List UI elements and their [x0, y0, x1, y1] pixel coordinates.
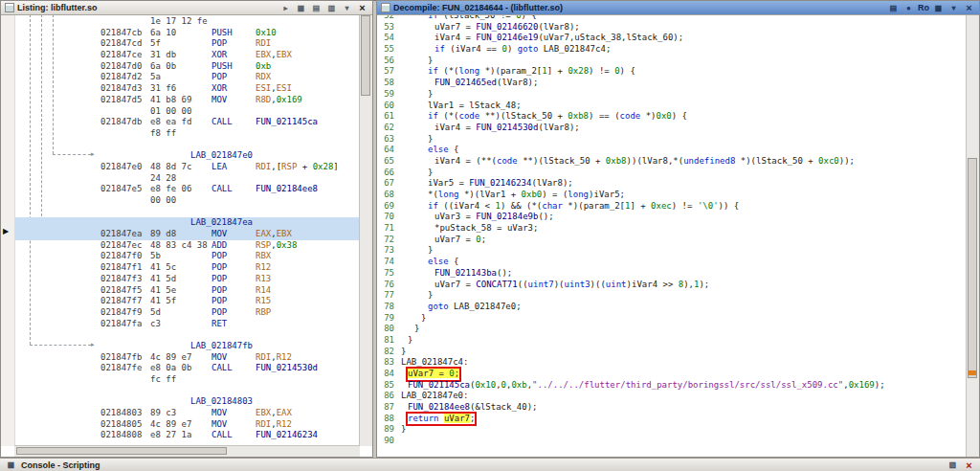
code-token[interactable]: } — [428, 89, 433, 99]
listing-row[interactable]: 021847ce31 dbXOREBX,EBX — [1, 50, 360, 61]
code-token[interactable]: ( — [445, 44, 456, 54]
mnemonic[interactable]: POP — [212, 38, 256, 50]
address[interactable]: 021847f9 — [100, 307, 150, 319]
code-token[interactable]: ,[ — [271, 162, 281, 171]
code-token[interactable]: uint7 — [528, 280, 554, 289]
address[interactable]: 021847fe — [100, 363, 150, 374]
operand[interactable]: 0xb — [256, 61, 271, 73]
bytes[interactable]: 31 f6 — [150, 83, 212, 95]
code-token[interactable]: FUN_021143ba — [434, 268, 497, 278]
code-token[interactable]: undefined8 — [683, 156, 735, 166]
code-line-66[interactable]: 66} — [380, 168, 967, 179]
code-token[interactable]: >> — [657, 280, 679, 289]
address[interactable]: 021847e0 — [100, 162, 150, 173]
code-token[interactable]: RBP — [256, 307, 271, 317]
code-token[interactable]: FUN_02184e9b — [476, 212, 538, 221]
mnemonic[interactable]: XOR — [212, 83, 256, 95]
address[interactable] — [100, 173, 150, 185]
code-token[interactable]: + — [552, 111, 568, 121]
display-options-icon[interactable]: ▥ — [325, 2, 338, 14]
scrollbar-marker-orange[interactable] — [969, 370, 976, 375]
mnemonic[interactable]: CALL — [212, 117, 256, 128]
operand[interactable]: FUN_0214530d — [256, 363, 318, 374]
code-line-78[interactable]: 78goto LAB_021847e0; — [380, 302, 967, 313]
code-token[interactable]: 0 — [449, 369, 454, 378]
code-token[interactable]: (*( — [438, 66, 459, 76]
mnemonic[interactable]: PUSH — [212, 28, 256, 39]
mnemonic[interactable]: MOV — [212, 408, 256, 419]
listing-row[interactable]: 021847d06a 0bPUSH0xb — [1, 61, 360, 73]
operand[interactable]: RDI,R12 — [256, 419, 292, 431]
address[interactable]: 021847e5 — [100, 184, 150, 195]
address[interactable]: 021847f3 — [100, 274, 150, 285]
code-token[interactable]: FUN_021465ed — [434, 78, 497, 87]
code-token[interactable]: ; — [606, 44, 611, 54]
code-token[interactable]: R13 — [256, 274, 271, 283]
decompile-header[interactable]: Decompile: FUN_02184644 - (libflutter.so… — [377, 1, 979, 15]
code-token[interactable]: ,*( — [668, 156, 683, 166]
code-token[interactable]: LAB_021847e0 — [454, 302, 516, 311]
code-token[interactable]: else — [428, 145, 449, 154]
listing-label-row[interactable]: LAB_021847fb — [1, 341, 360, 352]
code-token[interactable]: ); — [527, 402, 538, 412]
edit-icon[interactable]: ▨ — [947, 459, 959, 471]
code-token[interactable]: = — [492, 223, 507, 233]
listing-row[interactable]: 021847ea89 d8MOVEAX,EBX — [1, 229, 360, 240]
statement[interactable]: FUN_021145ca(0x10,0,0xb,"../../../flutte… — [408, 380, 885, 392]
listing-row[interactable]: 021847f95dPOPRBP — [1, 307, 360, 319]
code-token[interactable]: lVar8 — [544, 22, 569, 32]
mnemonic[interactable]: POP — [212, 262, 256, 274]
code-token[interactable]: FUN_02146234 — [256, 430, 318, 439]
bytes[interactable]: 4c 89 e7 — [150, 352, 212, 364]
code-token[interactable]: == — [481, 44, 502, 54]
code-line-75[interactable]: 75FUN_021143ba(); — [380, 268, 967, 280]
code-token[interactable]: FUN_02146620 — [476, 22, 538, 32]
operand[interactable]: 0x10 — [256, 28, 277, 39]
code-token[interactable]: + — [590, 156, 606, 166]
statement[interactable]: } — [428, 290, 433, 302]
statement[interactable]: *(long *)(lVar1 + 0xb0) = (long)iVar5; — [428, 190, 625, 201]
address[interactable]: 021847f5 — [100, 285, 150, 297]
bytes[interactable]: 01 00 00 — [150, 106, 212, 118]
code-token[interactable]: = (**( — [460, 156, 497, 166]
listing-row[interactable]: 021848054c 89 e7MOVRDI,R12 — [1, 419, 360, 431]
code-token[interactable]: R8D — [256, 95, 271, 104]
code-token[interactable]: uVar3 — [507, 223, 533, 233]
listing-row[interactable]: 021847f541 5ePOPR14 — [1, 285, 360, 297]
code-token[interactable]: iVar4 — [632, 280, 657, 289]
code-token[interactable]: 0xc0 — [818, 156, 839, 166]
code-line-64[interactable]: 64else { — [380, 145, 967, 156]
bytes[interactable]: 5d — [150, 307, 212, 319]
address[interactable]: 02184808 — [100, 430, 150, 441]
listing-horizontal-scrollbar[interactable] — [14, 445, 360, 457]
code-token[interactable]: long — [459, 66, 480, 76]
code-token[interactable]: *)( — [459, 190, 480, 199]
address[interactable]: 021847d2 — [100, 72, 150, 83]
listing-row[interactable]: 021847d25aPOPRDX — [1, 72, 360, 83]
operand[interactable]: RBP — [256, 307, 271, 319]
code-token[interactable]: ); — [673, 33, 683, 42]
bytes[interactable]: 6a 0b — [150, 61, 212, 73]
code-line-55[interactable]: 55if (iVar4 == 0) goto LAB_021847c4; — [380, 44, 967, 56]
code-token[interactable]: 0x28 — [568, 66, 589, 76]
mnemonic[interactable]: RET — [212, 319, 256, 330]
code-token[interactable]: } — [428, 168, 433, 177]
statement[interactable]: } — [428, 89, 433, 101]
listing-row[interactable]: 021847fee8 0a 0bCALLFUN_0214530d — [1, 363, 360, 374]
address[interactable]: 021847fa — [100, 319, 150, 330]
statement[interactable]: uVar3 = FUN_02184e9b(); — [434, 212, 554, 223]
table-icon[interactable]: ▦ — [295, 2, 307, 14]
code-line-59[interactable]: 59} — [380, 89, 967, 101]
snapshot-icon[interactable]: ▤ — [310, 2, 323, 14]
mnemonic[interactable]: LEA — [212, 162, 256, 173]
address[interactable]: 02184803 — [100, 408, 150, 419]
listing-row[interactable]: 021847fb4c 89 e7MOVRDI,R12 — [1, 352, 360, 364]
code-token[interactable]: ); — [569, 123, 580, 132]
code-token[interactable]: param_2 — [584, 201, 620, 211]
code-token[interactable]: ; — [516, 302, 521, 311]
code-token[interactable]: ) = ( — [542, 190, 568, 199]
address[interactable]: 021847cb — [100, 28, 150, 39]
statement[interactable]: } — [421, 313, 426, 325]
bytes[interactable]: 00 00 — [150, 195, 212, 207]
code-token[interactable]: = — [454, 178, 469, 188]
